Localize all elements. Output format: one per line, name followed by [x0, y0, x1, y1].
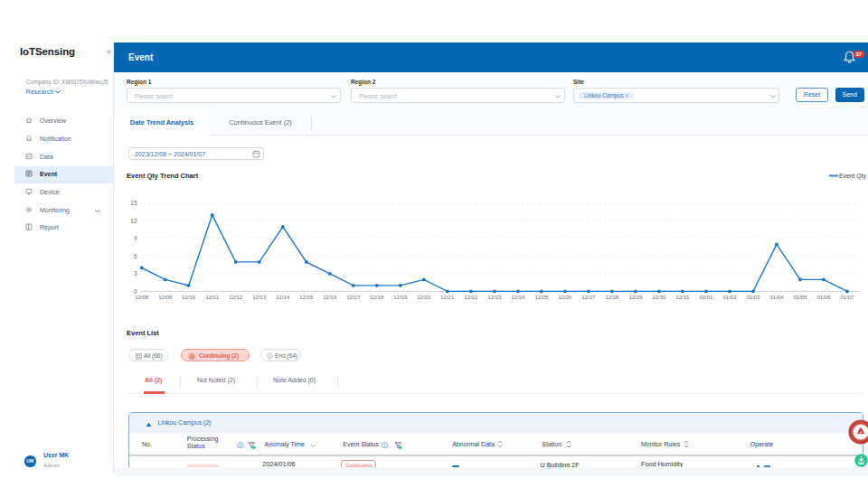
svg-text:12/30: 12/30: [652, 295, 666, 300]
svg-text:12/13: 12/13: [252, 295, 267, 300]
svg-text:12/19: 12/19: [393, 295, 408, 300]
svg-text:01/06: 01/06: [816, 295, 831, 300]
svg-text:15: 15: [130, 200, 137, 206]
svg-text:01/04: 01/04: [769, 295, 784, 300]
svg-text:12/11: 12/11: [205, 295, 219, 300]
svg-text:12/20: 12/20: [417, 295, 431, 300]
svg-text:12/16: 12/16: [323, 295, 337, 300]
svg-text:12/17: 12/17: [346, 295, 361, 300]
svg-text:12: 12: [130, 218, 137, 224]
svg-text:01/05: 01/05: [793, 295, 807, 300]
svg-text:12/09: 12/09: [158, 295, 173, 300]
svg-text:01/01: 01/01: [699, 295, 713, 300]
svg-text:12/28: 12/28: [605, 295, 619, 300]
svg-text:12/22: 12/22: [464, 295, 478, 300]
svg-text:3: 3: [134, 270, 137, 277]
svg-text:12/10: 12/10: [182, 295, 196, 300]
svg-text:12/18: 12/18: [370, 295, 384, 300]
svg-text:01/07: 01/07: [840, 295, 854, 300]
svg-text:12/27: 12/27: [581, 295, 596, 300]
svg-text:12/14: 12/14: [276, 295, 290, 300]
svg-text:12/15: 12/15: [299, 295, 314, 300]
svg-text:12/24: 12/24: [511, 295, 525, 300]
svg-text:12/25: 12/25: [534, 295, 549, 300]
svg-text:12/23: 12/23: [487, 295, 502, 300]
svg-text:12/31: 12/31: [675, 295, 690, 300]
svg-text:12/29: 12/29: [628, 295, 643, 300]
svg-text:12/26: 12/26: [558, 295, 572, 300]
svg-text:12/21: 12/21: [440, 295, 455, 300]
svg-text:6: 6: [134, 253, 137, 259]
svg-text:01/02: 01/02: [722, 295, 737, 300]
svg-text:12/12: 12/12: [229, 295, 243, 300]
svg-text:12/08: 12/08: [135, 295, 149, 300]
svg-text:9: 9: [134, 235, 137, 241]
svg-text:0: 0: [134, 288, 137, 295]
svg-text:01/03: 01/03: [746, 295, 760, 300]
